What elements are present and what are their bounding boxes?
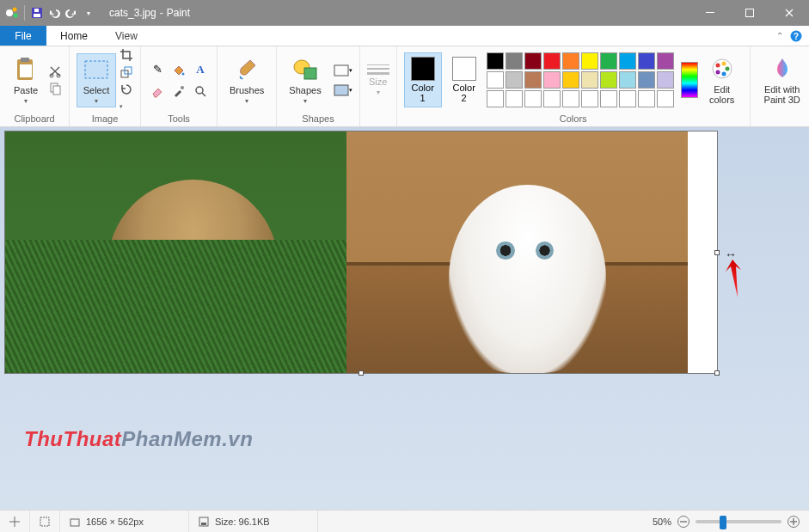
canvas-area[interactable]: ↔ ThuThuatPhanMem.vn bbox=[0, 127, 809, 510]
edit-colors-button[interactable]: Edit colors bbox=[702, 53, 743, 107]
selection-icon bbox=[39, 516, 51, 528]
magnifier-icon[interactable] bbox=[191, 82, 210, 101]
palette-swatch[interactable] bbox=[543, 90, 561, 107]
canvas-dimensions-cell: 1656 × 562px bbox=[60, 511, 189, 532]
select-button[interactable]: Select ▾ bbox=[77, 53, 116, 107]
palette-swatch[interactable] bbox=[619, 90, 636, 107]
svg-rect-16 bbox=[53, 86, 60, 95]
ribbon-tab-bar: File Home View ⌃ ? bbox=[0, 26, 809, 46]
pencil-icon[interactable]: ✎ bbox=[148, 60, 167, 79]
palette-swatch[interactable] bbox=[657, 52, 674, 70]
svg-rect-7 bbox=[746, 9, 754, 17]
palette-swatch[interactable] bbox=[657, 90, 674, 107]
rotate-icon[interactable]: ▾ bbox=[120, 83, 133, 112]
palette-swatch[interactable] bbox=[562, 71, 579, 89]
svg-point-0 bbox=[6, 9, 13, 16]
palette-swatch[interactable] bbox=[487, 90, 504, 107]
qat-dropdown-icon[interactable]: ▾ bbox=[82, 6, 95, 20]
save-icon[interactable] bbox=[30, 6, 44, 20]
palette-swatch[interactable] bbox=[506, 52, 523, 70]
palette-swatch[interactable] bbox=[524, 90, 542, 107]
resize-handle-right[interactable] bbox=[714, 250, 720, 255]
palette-swatch[interactable] bbox=[487, 52, 504, 70]
shapes-group: Shapes ▾ ▾ ▾ Shapes bbox=[277, 46, 359, 126]
zoom-out-button[interactable] bbox=[677, 515, 690, 529]
color2-button[interactable]: Color 2 bbox=[445, 53, 483, 107]
ribbon-collapse-icon[interactable]: ⌃ bbox=[776, 31, 783, 40]
svg-rect-11 bbox=[21, 58, 29, 62]
paste-icon bbox=[12, 56, 40, 83]
paste-button[interactable]: Paste ▾ bbox=[7, 54, 45, 107]
shape-fill-icon[interactable]: ▾ bbox=[334, 82, 352, 99]
palette-swatch[interactable] bbox=[619, 71, 636, 89]
close-button[interactable] bbox=[769, 0, 809, 26]
palette-swatch[interactable] bbox=[638, 90, 655, 107]
palette-swatch[interactable] bbox=[524, 52, 542, 70]
resize-handle-corner[interactable] bbox=[714, 370, 720, 376]
text-icon[interactable]: A bbox=[191, 60, 210, 79]
color2-swatch bbox=[452, 57, 476, 81]
palette-swatch[interactable] bbox=[638, 52, 655, 70]
copy-icon[interactable] bbox=[48, 82, 62, 95]
crop-icon[interactable] bbox=[120, 48, 133, 62]
svg-rect-41 bbox=[680, 521, 687, 522]
palette-swatch[interactable] bbox=[506, 71, 523, 89]
palette-swatch[interactable] bbox=[487, 71, 504, 89]
zoom-in-button[interactable] bbox=[787, 515, 800, 529]
cut-icon[interactable] bbox=[48, 64, 62, 78]
palette-swatch[interactable] bbox=[600, 71, 617, 89]
palette-swatch[interactable] bbox=[581, 52, 598, 70]
file-tab[interactable]: File bbox=[0, 26, 46, 46]
selection-size-cell bbox=[30, 511, 60, 532]
palette-swatch[interactable] bbox=[506, 90, 523, 107]
palette-swatch[interactable] bbox=[619, 52, 636, 70]
svg-point-1 bbox=[13, 8, 17, 12]
size-button[interactable]: Size ▾ bbox=[367, 64, 389, 96]
resize-icon[interactable] bbox=[120, 65, 133, 79]
palette-swatch[interactable] bbox=[524, 71, 542, 89]
svg-rect-5 bbox=[34, 9, 39, 12]
paint-window: ▾ cats_3.jpg - Paint File Home View ⌃ ? bbox=[0, 0, 809, 532]
palette-swatch[interactable] bbox=[638, 71, 655, 89]
rainbow-swatch bbox=[681, 62, 698, 98]
cursor-position-cell bbox=[0, 511, 30, 532]
svg-point-28 bbox=[715, 64, 720, 68]
minimize-button[interactable] bbox=[690, 0, 730, 26]
zoom-slider[interactable] bbox=[696, 520, 781, 523]
shapes-button[interactable]: Shapes ▾ bbox=[284, 54, 326, 107]
palette-swatch[interactable] bbox=[600, 52, 617, 70]
canvas-image bbox=[5, 131, 688, 373]
palette-swatch[interactable] bbox=[543, 52, 561, 70]
select-icon bbox=[83, 56, 110, 83]
canvas[interactable] bbox=[5, 131, 717, 373]
view-tab[interactable]: View bbox=[101, 26, 151, 46]
color-palette bbox=[487, 52, 674, 107]
svg-text:?: ? bbox=[794, 32, 799, 41]
brushes-group: Brushes ▾ . bbox=[218, 46, 277, 126]
eraser-icon[interactable] bbox=[148, 82, 167, 101]
svg-rect-6 bbox=[706, 12, 714, 13]
palette-swatch[interactable] bbox=[562, 52, 579, 70]
brushes-button[interactable]: Brushes ▾ bbox=[224, 54, 269, 107]
svg-rect-24 bbox=[304, 68, 316, 79]
maximize-button[interactable] bbox=[730, 0, 769, 26]
paint3d-group: Edit with Paint 3D . bbox=[751, 46, 809, 126]
palette-swatch[interactable] bbox=[581, 90, 598, 107]
edit-paint3d-button[interactable]: Edit with Paint 3D bbox=[757, 53, 807, 107]
help-icon[interactable]: ? bbox=[790, 30, 802, 42]
svg-point-20 bbox=[182, 72, 185, 75]
palette-swatch[interactable] bbox=[657, 71, 674, 89]
resize-handle-bottom[interactable] bbox=[359, 370, 364, 376]
palette-swatch[interactable] bbox=[581, 71, 598, 89]
palette-swatch[interactable] bbox=[600, 90, 617, 107]
undo-icon[interactable] bbox=[47, 6, 61, 20]
color-picker-icon[interactable] bbox=[169, 82, 188, 101]
svg-rect-4 bbox=[34, 14, 40, 17]
palette-swatch[interactable] bbox=[562, 90, 579, 107]
shape-outline-icon[interactable]: ▾ bbox=[334, 62, 352, 79]
home-tab[interactable]: Home bbox=[46, 26, 101, 46]
fill-icon[interactable] bbox=[169, 60, 188, 79]
color1-button[interactable]: Color 1 bbox=[404, 52, 442, 107]
redo-icon[interactable] bbox=[64, 6, 78, 20]
palette-swatch[interactable] bbox=[543, 71, 561, 89]
